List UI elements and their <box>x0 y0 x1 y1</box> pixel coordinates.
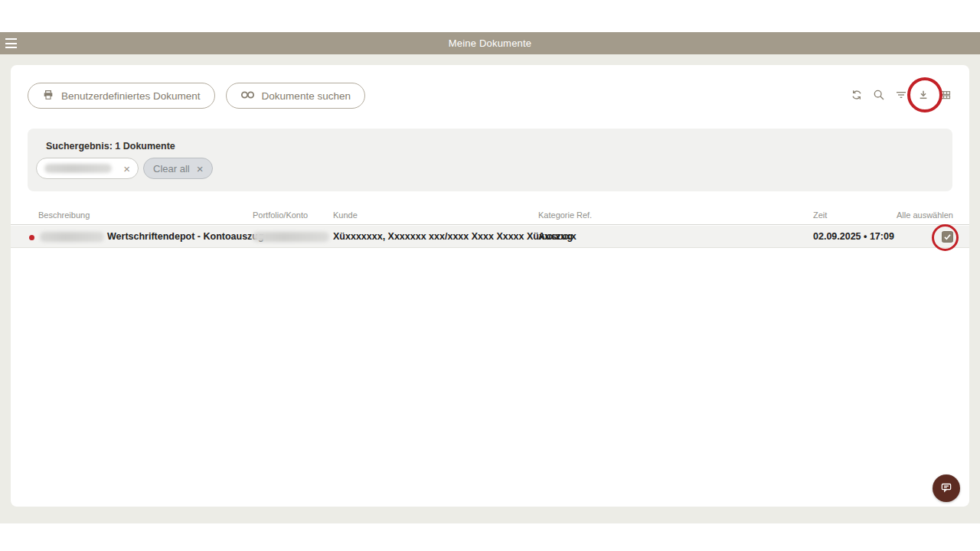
table-header: Beschreibung Portfolio/Konto Kunde Kateg… <box>11 210 969 225</box>
filter-chips: × Clear all × <box>36 158 213 179</box>
printer-icon <box>42 89 54 103</box>
main-background: Benutzerdefiniertes Dokument Dokumente s… <box>0 54 980 523</box>
redacted-filter-value <box>44 164 112 173</box>
unread-dot <box>29 235 34 240</box>
hamburger-menu-icon[interactable] <box>5 37 19 49</box>
row-kategorie: Auszug <box>538 231 573 242</box>
refresh-icon[interactable] <box>850 88 863 101</box>
screen: Meine Dokumente Benutzerdefiniertes Doku… <box>0 0 980 551</box>
clear-all-remove-icon[interactable]: × <box>197 163 204 174</box>
filter-icon[interactable] <box>894 88 907 101</box>
search-result-summary: Suchergebnis: 1 Dokumente <box>46 141 934 152</box>
column-header-kategorie: Kategorie <box>538 210 574 220</box>
table-view-icon[interactable] <box>939 88 952 101</box>
search-icon[interactable] <box>872 88 885 101</box>
binoculars-icon <box>240 90 255 103</box>
table-row[interactable]: Wertschriftendepot - Kontoauszug Xüxxxxx… <box>11 226 969 248</box>
chat-fab-button[interactable] <box>933 474 960 502</box>
redacted-account-number <box>40 232 104 242</box>
toolbar: Benutzerdefiniertes Dokument Dokumente s… <box>28 83 365 109</box>
remove-filter-icon[interactable]: × <box>123 163 130 174</box>
column-header-beschreibung: Beschreibung <box>38 210 90 220</box>
column-header-ref: Ref. <box>577 210 592 220</box>
active-filter-chip[interactable]: × <box>36 158 139 179</box>
search-documents-label: Dokumente suchen <box>262 90 351 102</box>
chat-bubble-icon <box>939 481 953 497</box>
custom-document-label: Benutzerdefiniertes Dokument <box>61 90 201 102</box>
search-result-panel: Suchergebnis: 1 Dokumente × Clear all × <box>28 129 952 191</box>
row-description: Wertschriftendepot - Kontoauszug <box>107 231 264 242</box>
custom-document-button[interactable]: Benutzerdefiniertes Dokument <box>28 83 215 109</box>
toolbar-actions <box>850 88 952 101</box>
column-header-kunde: Kunde <box>333 210 358 220</box>
page-title: Meine Dokumente <box>449 37 532 49</box>
column-header-zeit: Zeit <box>813 210 827 220</box>
app-bar: Meine Dokumente <box>0 32 980 54</box>
documents-card: Benutzerdefiniertes Dokument Dokumente s… <box>11 65 969 507</box>
search-documents-button[interactable]: Dokumente suchen <box>226 83 365 109</box>
column-header-alle-auswaehlen: Alle auswählen <box>897 210 953 220</box>
row-zeit: 02.09.2025 • 17:09 <box>813 231 894 242</box>
column-header-portfolio-konto: Portfolio/Konto <box>253 210 308 220</box>
row-select-checkbox[interactable] <box>942 231 953 243</box>
download-icon[interactable] <box>916 88 929 101</box>
clear-all-label: Clear all <box>153 163 190 174</box>
clear-all-chip[interactable]: Clear all × <box>143 158 213 179</box>
redacted-portfolio-konto <box>253 232 329 242</box>
